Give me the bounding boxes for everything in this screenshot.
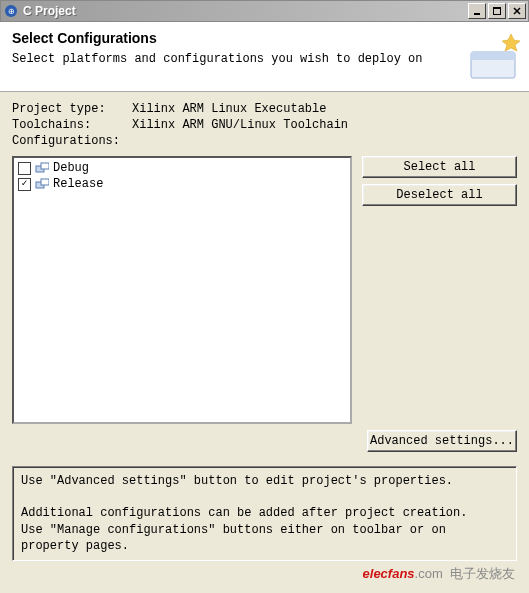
wizard-banner-icon bbox=[463, 28, 523, 84]
page-title: Select Configurations bbox=[12, 30, 517, 46]
deselect-all-button[interactable]: Deselect all bbox=[362, 184, 517, 206]
close-button[interactable] bbox=[508, 3, 526, 19]
project-type-value: Xilinx ARM Linux Executable bbox=[132, 102, 326, 116]
svg-rect-4 bbox=[493, 7, 501, 9]
info-line: Additional configurations can be added a… bbox=[21, 505, 508, 521]
checkbox-debug[interactable] bbox=[18, 162, 31, 175]
svg-rect-8 bbox=[471, 52, 515, 60]
info-line: Use "Advanced settings" button to edit p… bbox=[21, 473, 508, 489]
config-name: Release bbox=[53, 177, 103, 191]
configurations-list[interactable]: Debug ✓ Release bbox=[12, 156, 352, 424]
page-subtitle: Select platforms and configurations you … bbox=[12, 52, 517, 66]
window-title: C Project bbox=[23, 4, 468, 18]
advanced-settings-button[interactable]: Advanced settings... bbox=[367, 430, 517, 452]
svg-rect-13 bbox=[41, 179, 49, 185]
checkbox-release[interactable]: ✓ bbox=[18, 178, 31, 191]
list-item[interactable]: Debug bbox=[16, 160, 348, 176]
svg-rect-2 bbox=[474, 13, 480, 15]
app-icon: ⊕ bbox=[3, 3, 19, 19]
svg-rect-11 bbox=[41, 163, 49, 169]
wizard-content: Project type: Xilinx ARM Linux Executabl… bbox=[0, 92, 529, 458]
project-type-label: Project type: bbox=[12, 102, 132, 116]
info-line: Use "Manage configurations" buttons eith… bbox=[21, 522, 508, 554]
titlebar: ⊕ C Project bbox=[0, 0, 529, 22]
configurations-label: Configurations: bbox=[12, 134, 132, 148]
watermark: elecfans.com 电子发烧友 bbox=[363, 565, 515, 583]
svg-text:⊕: ⊕ bbox=[8, 7, 15, 16]
minimize-button[interactable] bbox=[468, 3, 486, 19]
select-all-button[interactable]: Select all bbox=[362, 156, 517, 178]
config-icon bbox=[35, 162, 49, 174]
config-name: Debug bbox=[53, 161, 89, 175]
maximize-button[interactable] bbox=[488, 3, 506, 19]
list-item[interactable]: ✓ Release bbox=[16, 176, 348, 192]
toolchains-value: Xilinx ARM GNU/Linux Toolchain bbox=[132, 118, 348, 132]
svg-marker-9 bbox=[502, 34, 520, 51]
info-panel: Use "Advanced settings" button to edit p… bbox=[12, 466, 517, 561]
config-icon bbox=[35, 178, 49, 190]
wizard-header: Select Configurations Select platforms a… bbox=[0, 22, 529, 92]
toolchains-label: Toolchains: bbox=[12, 118, 132, 132]
